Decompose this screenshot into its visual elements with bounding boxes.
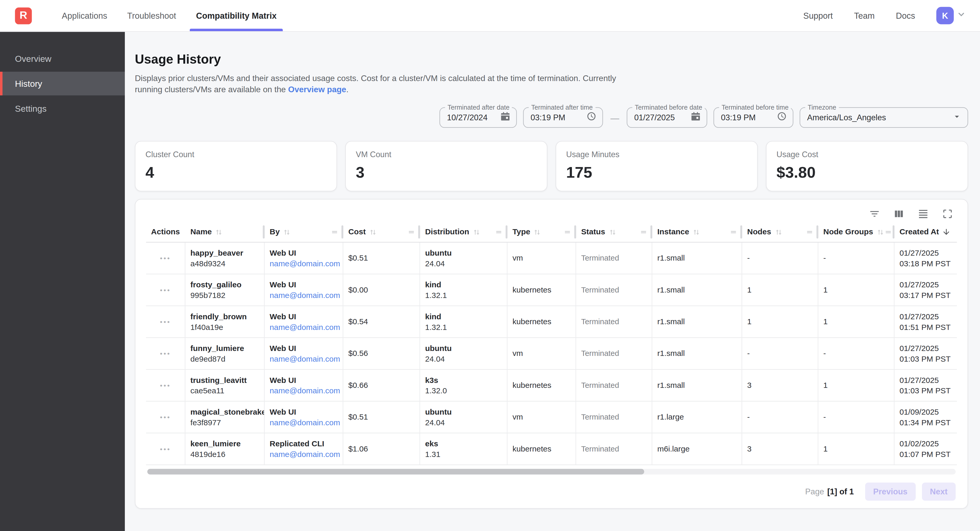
cluster-id: fe3f8977 <box>190 418 259 427</box>
cost-cell: $0.56 <box>348 349 414 358</box>
created-time: 03:17 PM PST <box>899 291 952 300</box>
terminated-after-time-field[interactable]: Terminated after time 03:19 PM <box>523 107 603 128</box>
next-page-button[interactable]: Next <box>922 483 956 501</box>
terminated-before-time-field[interactable]: Terminated before time 03:19 PM <box>713 107 793 128</box>
col-header-cost[interactable]: Cost <box>343 222 420 242</box>
replicated-logo[interactable]: R <box>15 7 32 24</box>
sidebar-item-overview[interactable]: Overview <box>0 47 125 70</box>
terminated-before-date-field[interactable]: Terminated before date 01/27/2025 <box>627 107 708 128</box>
field-value[interactable]: 03:19 PM <box>721 113 773 122</box>
stat-value: $3.80 <box>776 163 958 182</box>
col-label: Distribution <box>425 228 469 236</box>
horizontal-scrollbar[interactable] <box>147 469 956 475</box>
sidebar-item-history[interactable]: History <box>0 72 125 95</box>
column-grip-icon[interactable] <box>563 228 571 236</box>
columns-icon[interactable] <box>893 208 904 220</box>
col-header-distribution[interactable]: Distribution <box>420 222 508 242</box>
caret-down-icon[interactable] <box>952 111 962 124</box>
timezone-select[interactable]: Timezone America/Los_Angeles <box>800 107 968 128</box>
column-grip-icon[interactable] <box>730 228 737 236</box>
scrollbar-thumb[interactable] <box>147 469 644 475</box>
row-actions-button[interactable]: ••• <box>160 443 171 455</box>
creator-email-link[interactable]: name@domain.com <box>270 259 338 268</box>
creator-email-link[interactable]: name@domain.com <box>270 354 338 363</box>
creator-email-link[interactable]: name@domain.com <box>270 450 338 459</box>
row-actions-button[interactable]: ••• <box>160 347 171 360</box>
col-header-name[interactable]: Name <box>185 222 265 242</box>
column-grip-icon[interactable] <box>407 228 415 236</box>
creator-email-link[interactable]: name@domain.com <box>270 291 338 300</box>
sort-icon[interactable] <box>608 228 616 236</box>
sort-desc-icon[interactable] <box>942 228 951 236</box>
distribution-version: 24.04 <box>425 354 502 363</box>
row-actions-button[interactable]: ••• <box>160 284 171 296</box>
clock-icon[interactable] <box>586 111 597 124</box>
col-header-type[interactable]: Type <box>508 222 576 242</box>
avatar[interactable]: K <box>936 7 954 24</box>
sort-icon[interactable] <box>473 228 480 236</box>
col-header-nodes[interactable]: Nodes <box>742 222 818 242</box>
chevron-down-icon[interactable] <box>956 10 966 22</box>
tab-compatibility-matrix[interactable]: Compatibility Matrix <box>186 0 286 31</box>
distribution: kind <box>425 312 502 321</box>
tab-troubleshoot[interactable]: Troubleshoot <box>117 0 186 31</box>
col-header-created-at[interactable]: Created At <box>894 222 957 242</box>
app-window: R Applications Troubleshoot Compatibilit… <box>0 0 980 531</box>
column-grip-icon[interactable] <box>640 228 648 236</box>
sort-icon[interactable] <box>215 228 223 236</box>
column-grip-icon[interactable] <box>495 228 503 236</box>
col-header-instance[interactable]: Instance <box>652 222 742 242</box>
row-actions-button[interactable]: ••• <box>160 411 171 423</box>
col-header-status[interactable]: Status <box>576 222 652 242</box>
terminated-after-date-field[interactable]: Terminated after date 10/27/2024 <box>439 107 517 128</box>
sort-icon[interactable] <box>774 228 782 236</box>
sort-icon[interactable] <box>533 228 541 236</box>
creator-email-link[interactable]: name@domain.com <box>270 323 338 331</box>
tab-applications[interactable]: Applications <box>52 0 117 31</box>
link-team[interactable]: Team <box>854 11 875 20</box>
column-grip-icon[interactable] <box>806 228 813 236</box>
column-grip-icon[interactable] <box>884 228 892 236</box>
overview-page-link[interactable]: Overview page <box>288 84 346 94</box>
account-menu[interactable]: K <box>936 7 966 24</box>
density-icon[interactable] <box>918 208 929 220</box>
distribution-version: 1.32.0 <box>425 386 502 395</box>
node-groups-cell: 1 <box>823 444 889 453</box>
sidebar-item-settings[interactable]: Settings <box>0 97 125 120</box>
cost-cell: $0.00 <box>348 285 414 294</box>
created-by: Web UI <box>270 312 338 321</box>
field-label: Timezone <box>805 103 839 111</box>
link-support[interactable]: Support <box>803 11 833 20</box>
previous-page-button[interactable]: Previous <box>865 483 915 501</box>
col-header-actions: Actions <box>146 222 185 242</box>
nodes-cell: 1 <box>747 317 813 326</box>
field-value[interactable]: 10/27/2024 <box>447 113 496 122</box>
col-header-node-groups[interactable]: Node Groups <box>818 222 894 242</box>
instance-cell: r1.small <box>657 349 737 358</box>
created-by: Web UI <box>270 407 338 416</box>
table-row: ••• funny_lumierede9ed87d Web UIname@dom… <box>146 338 957 370</box>
sort-icon[interactable] <box>692 228 700 236</box>
row-actions-button[interactable]: ••• <box>160 252 171 264</box>
node-groups-cell: 1 <box>823 381 889 390</box>
creator-email-link[interactable]: name@domain.com <box>270 386 338 395</box>
fullscreen-icon[interactable] <box>942 208 953 220</box>
link-docs[interactable]: Docs <box>896 11 915 20</box>
field-value[interactable]: America/Los_Angeles <box>807 113 948 122</box>
sort-icon[interactable] <box>876 228 884 236</box>
field-value[interactable]: 01/27/2025 <box>634 113 687 122</box>
row-actions-button[interactable]: ••• <box>160 316 171 328</box>
sort-icon[interactable] <box>283 228 291 236</box>
clock-icon[interactable] <box>776 111 787 124</box>
calendar-icon[interactable] <box>500 111 511 124</box>
row-actions-button[interactable]: ••• <box>160 379 171 391</box>
sort-icon[interactable] <box>369 228 377 236</box>
stat-label: Usage Minutes <box>566 150 747 159</box>
filter-icon[interactable] <box>869 208 880 220</box>
calendar-icon[interactable] <box>690 111 701 124</box>
topbar-right: Support Team Docs K <box>803 7 980 24</box>
creator-email-link[interactable]: name@domain.com <box>270 418 338 427</box>
field-value[interactable]: 03:19 PM <box>531 113 582 122</box>
col-header-by[interactable]: By <box>265 222 343 242</box>
column-grip-icon[interactable] <box>331 228 338 236</box>
